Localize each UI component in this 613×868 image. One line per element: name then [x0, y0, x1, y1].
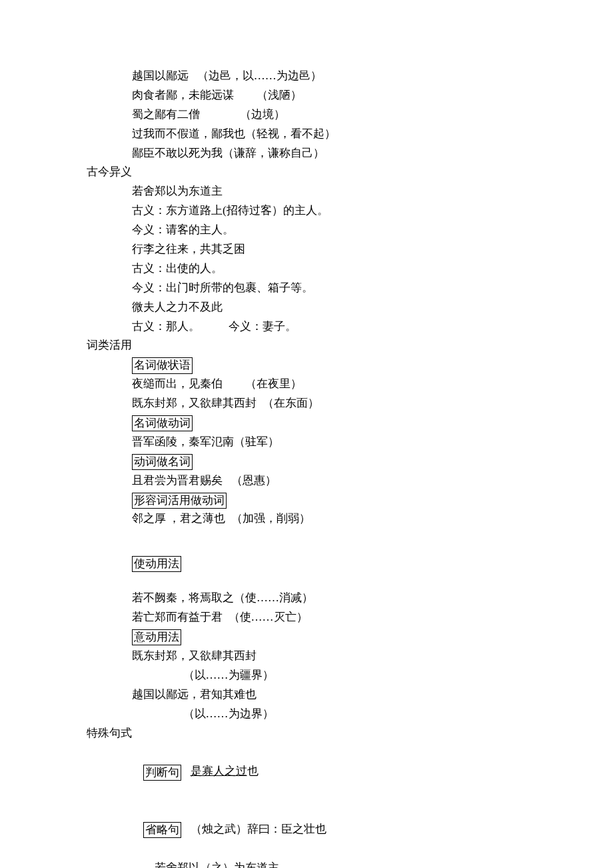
category-box: 动词做名词: [132, 454, 193, 470]
text-line: 若舍郑以（之）为东道主: [132, 859, 526, 868]
text-line: 若不阙秦，将焉取之（使……消减）: [132, 589, 526, 608]
text-line: 行李之往来，共其乏困: [132, 240, 526, 259]
category-box: 意动用法: [132, 629, 181, 645]
text-line: 今义：出门时所带的包裹、箱子等。: [132, 279, 526, 298]
text-line: 若亡郑而有益于君 （使……灭亡）: [132, 608, 526, 627]
text-line: 既东封郑，又欲肆其西封 （在东面）: [132, 394, 526, 413]
text-line: 若舍郑以为东道主: [132, 182, 526, 201]
text-line: 过我而不假道，鄙我也（轻视，看不起）: [132, 125, 526, 144]
heading: 古今异义: [87, 163, 526, 182]
category-box: 形容词活用做动词: [132, 493, 227, 509]
text-line: 且君尝为晋君赐矣 （恩惠）: [132, 471, 526, 491]
heading: 词类活用: [87, 336, 526, 355]
text-line: 古义：那人。 今义：妻子。: [132, 317, 526, 337]
text-line: 越国以鄙远 （边邑，以……为边邑）: [132, 67, 526, 86]
text-line: 夜缒而出，见秦伯 （在夜里）: [132, 375, 526, 394]
text-line: 肉食者鄙，未能远谋 （浅陋）: [132, 86, 526, 105]
text-line: 邻之厚 ，君之薄也 （加强，削弱）: [132, 509, 526, 529]
category-box: 判断句: [143, 765, 181, 781]
category-box: 名词做状语: [132, 357, 193, 373]
text: 也: [247, 765, 259, 777]
text-line: 越国以鄙远，君知其难也: [132, 685, 526, 705]
text-line: 微夫人之力不及此: [132, 298, 526, 317]
text-line: （以……为疆界）: [132, 666, 526, 685]
text-line: 今义：请客的主人。: [132, 221, 526, 240]
text-line: 古义：东方道路上(招待过客）的主人。: [132, 201, 526, 221]
text-underline: 是寡人之过: [191, 765, 247, 777]
text-line: 鄙臣不敢以死为我（谦辞，谦称自己）: [132, 144, 526, 163]
category-box: 省略句: [143, 822, 181, 838]
text-line: 古义：出使的人。: [132, 259, 526, 279]
text-line: （以……为边界）: [132, 705, 526, 724]
text: （烛之武）辞曰：臣之壮也: [191, 823, 326, 835]
category-box: 名词做动词: [132, 415, 193, 431]
text-line: 既东封郑，又欲肆其西封: [132, 647, 526, 666]
text-line: 蜀之鄙有二僧 （边境）: [132, 105, 526, 125]
text-line: 晋军函陵，秦军氾南（驻军）: [132, 433, 526, 452]
category-box: 使动用法: [132, 556, 181, 572]
heading: 特殊句式: [87, 724, 526, 743]
